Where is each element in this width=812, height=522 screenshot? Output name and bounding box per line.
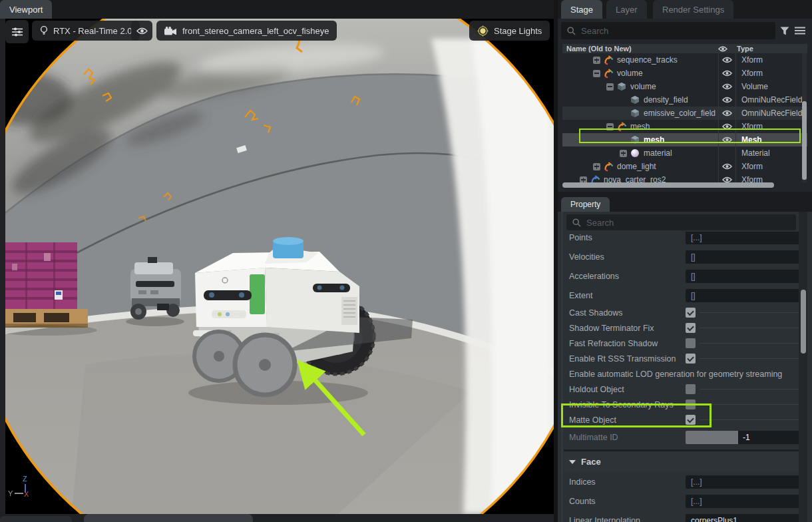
stage-options-button[interactable]	[793, 24, 807, 37]
axis-z-label: Z	[23, 475, 27, 483]
prim-name-label: material	[644, 148, 672, 158]
property-row-enable-rt-sss-transmission: Enable Rt SSS Transmission	[564, 351, 802, 366]
viewport-3d[interactable]: Z Y X RTX - Real-Time 2.0	[5, 19, 554, 514]
prim-name-cell[interactable]: volume	[562, 80, 718, 93]
checkbox-unchecked[interactable]	[686, 338, 696, 348]
renderer-selector[interactable]: RTX - Real-Time 2.0	[32, 21, 140, 41]
prim-name-cell[interactable]: nova_carter_ros2	[562, 173, 718, 182]
section-label[interactable]: Face	[581, 457, 601, 467]
prim-name-label: sequence_tracks	[617, 55, 678, 65]
visibility-toggle[interactable]	[718, 107, 735, 120]
stage-tree-row-sequence_tracks[interactable]: sequence_tracksXform	[562, 53, 807, 67]
stage-lights-button[interactable]: Stage Lights	[469, 21, 550, 41]
property-search-input[interactable]: Search	[566, 214, 796, 230]
property-label: Velocities	[569, 252, 686, 262]
reset-line	[700, 404, 799, 405]
camera-selector[interactable]: front_stereo_camera_left_ocv_fisheye	[156, 21, 337, 41]
expand-icon[interactable]	[593, 163, 600, 170]
array-field[interactable]: [...]	[686, 232, 800, 244]
prim-name-cell[interactable]: volume	[562, 67, 718, 80]
expand-icon[interactable]	[580, 176, 587, 183]
property-row-matte-object: Matte Object	[564, 412, 802, 427]
drag-number-field[interactable]: -1	[686, 431, 800, 444]
property-row-velocities: Velocities[]	[564, 247, 802, 266]
visibility-toggle[interactable]	[718, 67, 735, 80]
stage-tree-row-volume[interactable]: volumeVolume	[562, 80, 807, 93]
tab-property[interactable]: Property	[561, 197, 610, 212]
prim-name-cell[interactable]: mesh	[562, 133, 718, 146]
visibility-toggle[interactable]	[718, 120, 735, 133]
stage-tree-row-mesh[interactable]: meshXform	[562, 120, 807, 133]
stage-horizontal-scrollbar[interactable]	[562, 182, 774, 188]
checkbox-checked[interactable]	[686, 354, 696, 364]
visibility-toggle[interactable]	[718, 133, 735, 146]
array-field[interactable]: []	[686, 289, 800, 302]
property-label: Multimatte ID	[569, 433, 686, 442]
stage-tree-row-dome_light[interactable]: dome_lightXform	[562, 160, 807, 173]
expand-icon[interactable]	[593, 57, 600, 64]
collapse-icon[interactable]	[606, 83, 614, 91]
stage-tree-row-emissive_color_field[interactable]: emissive_color_fieldOmniNuRecField	[562, 107, 807, 120]
column-name[interactable]: Name (Old to New)	[562, 45, 714, 53]
prim-name-cell[interactable]: material	[562, 146, 718, 160]
viewport-visibility-button[interactable]	[131, 21, 152, 41]
stage-tree-row-material[interactable]: materialMaterial	[562, 146, 807, 160]
viewport-settings-button[interactable]	[5, 20, 29, 43]
checkbox-unchecked[interactable]	[686, 384, 696, 394]
tab-render-settings[interactable]: Render Settings	[653, 0, 733, 19]
bottom-tab-stub[interactable]	[84, 514, 253, 522]
column-visibility[interactable]	[714, 46, 731, 52]
prim-name-cell[interactable]: density_field	[562, 93, 718, 107]
checkbox-checked[interactable]	[686, 323, 696, 333]
checkbox-unchecked[interactable]	[686, 399, 696, 409]
property-label: Points	[569, 233, 686, 242]
property-label: Enable automatic LOD generation for geom…	[569, 370, 782, 379]
tab-layer[interactable]: Layer	[606, 0, 647, 19]
stage-tree-row-volume[interactable]: volumeXform	[562, 67, 807, 80]
visibility-toggle[interactable]	[718, 160, 735, 173]
stage-tree: sequence_tracksXformvolumeXformvolumeVol…	[562, 53, 807, 182]
array-field[interactable]: [...]	[686, 475, 800, 489]
reset-line	[700, 312, 799, 313]
combo-field[interactable]: cornersPlus1	[686, 514, 800, 522]
property-row-multimatte-id: Multimatte ID-1	[564, 427, 802, 447]
stage-vertical-scrollbar[interactable]	[802, 101, 807, 180]
stage-tree-row-mesh[interactable]: meshMesh	[562, 133, 807, 146]
visibility-toggle[interactable]	[718, 80, 735, 93]
prim-name-cell[interactable]: mesh	[562, 120, 718, 133]
filter-icon	[780, 27, 789, 35]
prim-name-cell[interactable]: sequence_tracks	[562, 53, 718, 67]
prim-name-cell[interactable]: dome_light	[562, 160, 718, 173]
bottom-tab-stub[interactable]	[0, 516, 72, 522]
array-field[interactable]: []	[686, 270, 800, 283]
xform-orange-icon	[604, 55, 614, 65]
prim-name-cell[interactable]: emissive_color_field	[562, 107, 718, 120]
collapse-triangle-icon[interactable]	[569, 460, 576, 464]
collapse-icon[interactable]	[606, 123, 614, 130]
fisheye-camera-view: Z Y X	[5, 19, 554, 514]
stage-tree-header[interactable]: Name (Old to New) Type	[562, 44, 807, 53]
property-label: Counts	[569, 497, 686, 506]
tab-stage[interactable]: Stage	[561, 0, 602, 19]
prim-type-label: Xform	[735, 160, 807, 173]
checkbox-checked[interactable]	[686, 415, 696, 425]
column-type[interactable]: Type	[731, 45, 753, 53]
stage-tree-row-density_field[interactable]: density_fieldOmniNuRecField	[562, 93, 807, 107]
visibility-toggle[interactable]	[718, 93, 735, 107]
visibility-toggle[interactable]	[718, 146, 735, 160]
collapse-icon[interactable]	[593, 70, 600, 77]
section-header-face: Face	[564, 449, 802, 472]
reset-line	[700, 343, 799, 344]
checkbox-checked[interactable]	[686, 308, 696, 318]
array-field[interactable]: []	[686, 250, 800, 264]
property-vertical-scrollbar[interactable]	[801, 290, 806, 354]
tab-viewport[interactable]: Viewport	[0, 0, 52, 19]
visibility-toggle[interactable]	[718, 53, 735, 67]
array-field[interactable]: [...]	[686, 495, 800, 508]
tab-property-label: Property	[570, 200, 600, 209]
stage-filter-button[interactable]	[779, 24, 791, 37]
expand-icon[interactable]	[620, 150, 627, 157]
stage-search-input[interactable]: Search	[561, 22, 775, 39]
visibility-toggle[interactable]	[718, 173, 735, 182]
stage-tree-row-nova_carter_ros2[interactable]: nova_carter_ros2Xform	[562, 173, 807, 182]
